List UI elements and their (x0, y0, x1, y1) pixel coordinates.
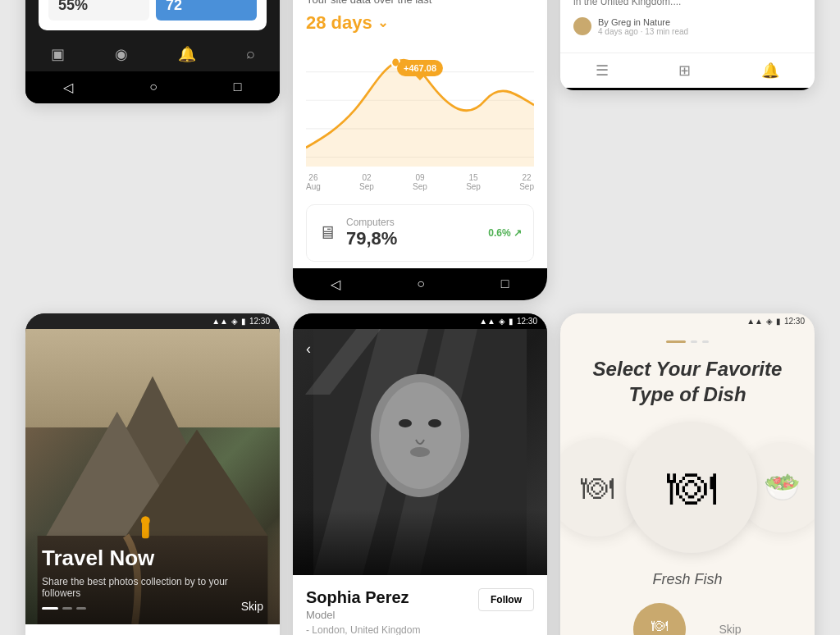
dish-skip-button[interactable]: Skip (719, 623, 741, 635)
computer-icon: 🖥 (318, 222, 336, 244)
travel-status-bar: ▲▲ ◈ ▮ 12:30 (25, 313, 280, 329)
stats-period[interactable]: 28 days ⌄ (293, 9, 547, 43)
stats-subtitle: Your site data over the last (293, 0, 547, 9)
recent-nav-icon[interactable]: □ (234, 80, 242, 94)
stat-number: 72 (156, 0, 257, 21)
svg-point-25 (379, 382, 461, 489)
battery-icon: ▮ (241, 317, 246, 326)
svg-point-26 (399, 419, 412, 427)
date-3: 09 (413, 173, 427, 182)
travel-nav-bar: ◁ ○ □ (25, 624, 280, 635)
time-display: 12:30 (784, 317, 805, 326)
date-1: 26 (306, 173, 321, 182)
nav-bell-icon[interactable]: 🔔 (178, 45, 196, 63)
travel-subtitle: Share the best photos collection by to y… (42, 576, 263, 599)
signal-icon: ▲▲ (212, 317, 228, 326)
month-1: Aug (306, 182, 321, 191)
stats-nav-bar: ◁ ○ □ (293, 268, 547, 300)
date-4: 15 (466, 173, 481, 182)
date-5: 22 (519, 173, 534, 182)
signal-icon: ▲▲ (479, 317, 495, 326)
portrait-status-bar: ▲▲ ◈ ▮ 12:30 (293, 313, 547, 329)
phone-travel: ▲▲ ◈ ▮ 12:30 Travel Now Share the best p (25, 313, 280, 635)
phone-dish: ▲▲ ◈ ▮ 12:30 Select Your Favorite Type o… (560, 313, 815, 635)
computers-card[interactable]: 🖥 Computers 79,8% 0.6% ↗ (306, 204, 534, 262)
phone-sketch: 55% 72 ▣ ◉ 🔔 ⌕ ◁ ○ □ (25, 0, 280, 103)
portrait-back-button[interactable]: ‹ (306, 340, 311, 358)
dish-dot-3 (702, 340, 709, 343)
blog-author-area: By Greg in Nature 4 days ago · 13 min re… (573, 17, 729, 36)
portrait-image: ‹ (293, 329, 547, 575)
dish-status-bar: ▲▲ ◈ ▮ 12:30 (560, 313, 815, 329)
month-2: Sep (359, 182, 374, 191)
dish-dot-active (666, 340, 686, 343)
bell-icon[interactable]: 🔔 (761, 62, 779, 80)
dish-dot-2 (691, 340, 697, 343)
chart-dates: 26 Aug 02 Sep 09 Sep 15 Sep 22 Sep (293, 167, 547, 198)
travel-hero-image: Travel Now Share the best photos collect… (25, 329, 280, 624)
card-label: Computers (346, 217, 478, 228)
home-nav-icon[interactable]: ○ (417, 276, 425, 291)
home-nav-icon[interactable]: ○ (149, 80, 158, 94)
card-change: 0.6% ↗ (488, 227, 522, 239)
phone-statistics: ▲▲ ◈ ▮ 12:30 ‹ Statistics ⊞ ⚙ Your site … (293, 0, 547, 300)
month-4: Sep (466, 182, 481, 191)
svg-point-27 (428, 419, 441, 427)
dish-icon: 🍽 (651, 616, 668, 635)
dish-name: Fresh Fish (560, 561, 815, 595)
nav-chat-icon[interactable]: ◉ (115, 45, 128, 63)
blog-bottom-nav: ☰ ⊞ 🔔 (560, 53, 815, 88)
author-avatar (573, 17, 591, 35)
recent-nav-icon[interactable]: □ (501, 276, 509, 291)
period-dropdown-icon[interactable]: ⌄ (377, 15, 388, 30)
phone-portrait: ▲▲ ◈ ▮ 12:30 (293, 313, 547, 635)
menu-icon[interactable]: ☰ (596, 62, 609, 80)
portrait-info: Sophia Perez Model - London, United King… (293, 575, 547, 635)
card-value: 79,8% (346, 228, 478, 249)
blog-excerpt: Building the new great mobile app for cl… (573, 0, 729, 9)
wifi-icon: ◈ (231, 317, 238, 326)
book-icon[interactable]: ⊞ (678, 62, 691, 80)
dish-plate-main: 🍽 (626, 422, 757, 553)
dot-inactive-1 (62, 607, 72, 610)
svg-point-19 (141, 516, 150, 525)
card-info: Computers 79,8% (346, 217, 478, 249)
time-display: 12:30 (517, 317, 537, 326)
wifi-icon: ◈ (766, 317, 773, 326)
dish-select-button[interactable]: 🍽 SELECT (633, 603, 686, 635)
dot-inactive-2 (76, 607, 86, 610)
app-grid: 55% 72 ▣ ◉ 🔔 ⌕ ◁ ○ □ ▲▲ ◈ ▮ 12:3 (9, 0, 831, 635)
dot-active (42, 607, 58, 610)
month-3: Sep (413, 182, 427, 191)
travel-title: Travel Now (42, 546, 263, 571)
travel-skip-button[interactable]: Skip (241, 600, 263, 613)
travel-pagination (42, 607, 263, 610)
chart-tooltip: +467.08 (397, 60, 443, 76)
statistics-chart: +467.08 (293, 43, 547, 167)
signal-icon: ▲▲ (746, 317, 763, 326)
svg-point-28 (410, 447, 430, 457)
portrait-location: - London, United Kingdom (306, 624, 534, 635)
date-2: 02 (359, 173, 374, 182)
android-nav-bar: ◁ ○ □ (25, 71, 280, 103)
stat-percent: 55% (48, 0, 149, 21)
dish-pagination (560, 329, 815, 349)
dish-actions: 🍽 SELECT Skip (560, 595, 815, 635)
wifi-icon: ◈ (499, 317, 505, 326)
dish-image-area: 🍽 🍽 🥗 (560, 413, 815, 561)
time-display: 12:30 (249, 317, 270, 326)
back-nav-icon[interactable]: ◁ (63, 80, 73, 95)
follow-button[interactable]: Follow (478, 588, 534, 611)
battery-icon: ▮ (776, 317, 781, 326)
blog-nav-bar: ◁ ○ □ (560, 88, 815, 90)
battery-icon: ▮ (509, 317, 514, 326)
phone-blog: Adventures on Isle of Skye, UK Building … (560, 0, 815, 90)
blog-content: Adventures on Isle of Skye, UK Building … (560, 0, 815, 46)
nav-search-icon[interactable]: ⌕ (246, 45, 255, 63)
month-5: Sep (519, 182, 534, 191)
dish-main-title: Select Your Favorite Type of Dish (560, 349, 815, 413)
back-nav-icon[interactable]: ◁ (331, 276, 340, 292)
blog-author-info: By Greg in Nature 4 days ago · 13 min re… (598, 17, 688, 36)
nav-browser-icon[interactable]: ▣ (51, 45, 65, 63)
